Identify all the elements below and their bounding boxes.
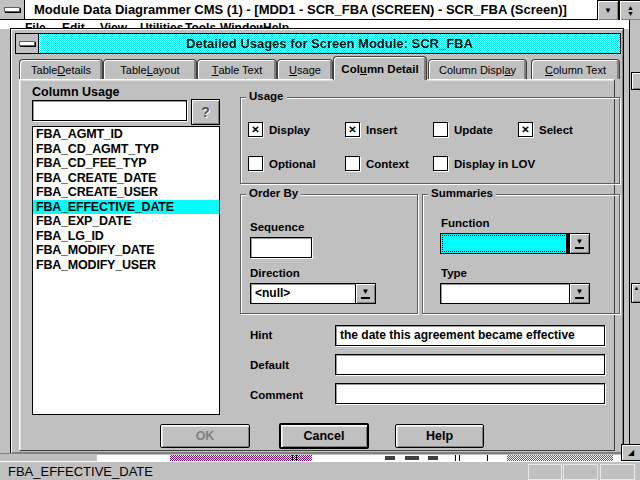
comment-label: Comment xyxy=(250,389,303,401)
checkbox-label: Optional xyxy=(269,158,316,170)
function-dropdown[interactable]: ▼ xyxy=(440,233,590,254)
tab-strip: Table DetailsTable LayoutTable TextUsage… xyxy=(19,56,615,79)
checkbox-label: Select xyxy=(539,124,573,136)
minimize-button[interactable]: ▼ xyxy=(597,0,619,21)
tab-column-display[interactable]: Column Display xyxy=(428,59,527,79)
status-panel xyxy=(563,464,598,480)
column-detail-panel: Column Usage ? FBA_AGMT_IDFBA_CD_AGMT_TY… xyxy=(19,79,615,451)
list-item-fba-modify-user[interactable]: FBA_MODIFY_USER xyxy=(33,258,219,273)
dialog-title: Detailed Usages for Screen Module: SCR_F… xyxy=(39,34,620,53)
type-label: Type xyxy=(441,267,467,279)
status-bar: FBA_EFFECTIVE_DATE xyxy=(0,461,640,480)
list-item-fba-create-user[interactable]: FBA_CREATE_USER xyxy=(33,185,219,200)
screen: Module Data Diagrammer CMS (1) - [MDD1 -… xyxy=(0,0,640,480)
checkbox-unchecked-icon[interactable] xyxy=(433,122,448,137)
help-button[interactable]: Help xyxy=(395,424,484,448)
dialog-control-menu-button[interactable] xyxy=(16,34,39,53)
dropdown-arrow-icon: ▼ xyxy=(575,288,585,299)
app-titlebar: Module Data Diagrammer CMS (1) - [MDD1 -… xyxy=(0,0,640,20)
tab-usage[interactable]: Usage xyxy=(277,59,333,79)
scroll-up-button[interactable]: ▲ xyxy=(631,283,640,303)
hint-input[interactable]: the date this agreement became effective xyxy=(335,325,605,346)
list-item-fba-create-date[interactable]: FBA_CREATE_DATE xyxy=(33,171,219,186)
checkbox-label: Insert xyxy=(366,124,397,136)
list-item-fba-exp-date[interactable]: FBA_EXP_DATE xyxy=(33,214,219,229)
list-item-fba-agmt-id[interactable]: FBA_AGMT_ID xyxy=(33,127,219,142)
function-dropdown-button[interactable]: ▼ xyxy=(569,233,590,254)
checkbox-label: Display xyxy=(269,124,310,136)
summaries-group-label: Summaries xyxy=(428,187,496,199)
comment-input[interactable] xyxy=(335,383,605,404)
dropdown-arrow-icon: ▼ xyxy=(361,288,371,299)
default-input[interactable] xyxy=(335,354,605,375)
app-control-menu-button[interactable] xyxy=(0,0,25,19)
control-menu-icon xyxy=(4,7,20,12)
status-text: FBA_EFFECTIVE_DATE xyxy=(8,464,153,479)
tab-table-layout[interactable]: Table Layout xyxy=(103,59,197,79)
sequence-label: Sequence xyxy=(250,221,304,233)
scroll-up-icon: ▲ xyxy=(634,285,640,291)
checkbox-select[interactable]: ✕Select xyxy=(518,122,573,137)
restore-button[interactable]: ▲ ▼ xyxy=(619,0,640,21)
ok-button[interactable]: OK xyxy=(160,424,250,448)
checkbox-label: Display in LOV xyxy=(454,158,535,170)
status-panel xyxy=(600,464,635,480)
detailed-usages-dialog: Detailed Usages for Screen Module: SCR_F… xyxy=(10,28,624,454)
list-item-fba-cd-fee-typ[interactable]: FBA_CD_FEE_TYP xyxy=(33,156,219,171)
direction-label: Direction xyxy=(250,267,300,279)
checkbox-unchecked-icon[interactable] xyxy=(433,156,448,171)
corner-resize-icon: ◢ xyxy=(628,449,634,457)
list-item-fba-modify-date[interactable]: FBA_MODIFY_DATE xyxy=(33,243,219,258)
dropdown-arrow-icon: ▼ xyxy=(575,238,585,249)
background-row-text-fragment xyxy=(428,456,438,460)
app-title: Module Data Diagrammer CMS (1) - [MDD1 -… xyxy=(34,2,567,17)
checkbox-checked-icon[interactable]: ✕ xyxy=(345,122,360,137)
order-by-group-label: Order By xyxy=(246,187,301,199)
checkbox-display[interactable]: ✕Display xyxy=(248,122,310,137)
checkbox-context[interactable]: Context xyxy=(345,156,409,171)
checkbox-label: Update xyxy=(454,124,493,136)
checkbox-checked-icon[interactable]: ✕ xyxy=(248,122,263,137)
scrollbar-thumb[interactable] xyxy=(631,72,640,90)
status-panel xyxy=(528,464,562,480)
type-dropdown[interactable]: ▼ xyxy=(440,283,590,304)
tab-table-details[interactable]: Table Details xyxy=(19,59,103,79)
usage-group: Usage ✕Display✕InsertUpdate✕SelectOption… xyxy=(240,97,620,184)
type-dropdown-button[interactable]: ▼ xyxy=(569,283,590,304)
sequence-input[interactable] xyxy=(250,237,312,258)
list-item-fba-effective-date[interactable]: FBA_EFFECTIVE_DATE xyxy=(33,200,219,215)
direction-dropdown[interactable]: <null> ▼ xyxy=(250,283,376,304)
lov-search-button[interactable]: ? xyxy=(191,99,220,125)
checkbox-checked-icon[interactable]: ✕ xyxy=(518,122,533,137)
checkbox-unchecked-icon[interactable] xyxy=(248,156,263,171)
checkbox-label: Context xyxy=(366,158,409,170)
column-usage-label: Column Usage xyxy=(32,85,120,99)
background-vertical-scrollbar[interactable]: ▲ xyxy=(629,20,640,454)
checkbox-insert[interactable]: ✕Insert xyxy=(345,122,397,137)
control-menu-icon xyxy=(19,41,35,46)
background-scroll-corner-button[interactable]: ◢ xyxy=(621,444,640,461)
dialog-titlebar: Detailed Usages for Screen Module: SCR_F… xyxy=(15,33,621,54)
column-usage-filter-input[interactable] xyxy=(32,100,187,121)
list-item-fba-lg-id[interactable]: FBA_LG_ID xyxy=(33,229,219,244)
function-label: Function xyxy=(441,217,490,229)
column-usage-listbox[interactable]: FBA_AGMT_IDFBA_CD_AGMT_TYPFBA_CD_FEE_TYP… xyxy=(32,126,220,415)
usage-group-label: Usage xyxy=(246,90,287,102)
checkbox-optional[interactable]: Optional xyxy=(248,156,316,171)
tab-column-text[interactable]: Column Text xyxy=(531,59,620,79)
cancel-button[interactable]: Cancel xyxy=(279,423,369,449)
checkbox-display-in-lov[interactable]: Display in LOV xyxy=(433,156,535,171)
list-item-fba-cd-agmt-typ[interactable]: FBA_CD_AGMT_TYP xyxy=(33,142,219,157)
tab-column-detail[interactable]: Column Detail xyxy=(333,56,427,80)
type-value xyxy=(440,283,569,304)
direction-value: <null> xyxy=(250,283,355,304)
checkbox-update[interactable]: Update xyxy=(433,122,493,137)
tab-table-text[interactable]: Table Text xyxy=(197,59,277,79)
checkbox-unchecked-icon[interactable] xyxy=(345,156,360,171)
lov-search-icon: ? xyxy=(201,104,210,120)
function-value xyxy=(440,233,569,254)
direction-dropdown-button[interactable]: ▼ xyxy=(355,283,376,304)
background-row-text-fragment xyxy=(385,456,395,460)
default-label: Default xyxy=(250,359,289,371)
summaries-group: Summaries Function ▼ Type ▼ xyxy=(422,194,620,314)
